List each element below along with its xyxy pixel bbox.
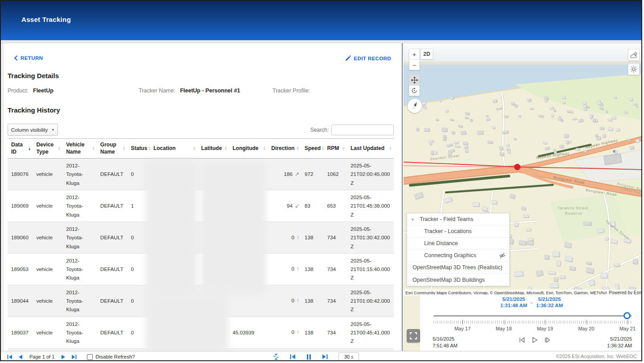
sort-arrows-icon: ▲▼ [58, 146, 61, 150]
cell-vehicle-name: 2012-Toyota-Kluga [62, 317, 97, 348]
column-header-data-id[interactable]: Data ID▲▼ [8, 139, 33, 159]
table-row[interactable]: 189037vehicle2012-Toyota-KlugaDEFAULT045… [8, 317, 394, 348]
skip-start-icon [290, 354, 296, 359]
range-separator: - [531, 299, 533, 305]
zoom-out-label: − [413, 61, 417, 69]
search-input[interactable] [331, 125, 394, 135]
column-header-rpm[interactable]: RPM▲▼ [323, 139, 347, 159]
column-header-latitude[interactable]: Latitude▲▼ [198, 139, 229, 159]
compass-button[interactable] [408, 99, 422, 113]
tracker-marker[interactable] [515, 164, 520, 170]
cell-status: 0 [127, 159, 149, 190]
map-poi-dot [613, 150, 615, 153]
app-window: Asset Tracking RETURN EDIT RECORD Tracki… [0, 0, 642, 361]
layer-item-line-distance[interactable]: Line Distance [407, 238, 509, 250]
weather-button[interactable] [628, 49, 640, 61]
time-slider-track[interactable] [433, 315, 632, 317]
cell-group-name: DEFAULT [97, 253, 128, 285]
refresh-first-button[interactable] [290, 354, 296, 359]
return-button[interactable]: RETURN [14, 55, 43, 61]
layer-item-openstreetmap-3d-buildings[interactable]: OpenStreetMap 3D Buildings [407, 274, 509, 286]
disable-refresh-control: Disable Refresh? [87, 354, 135, 360]
cell-data-id: 189053 [8, 253, 33, 285]
cell-longitude: 45.03939 [229, 317, 268, 348]
zoom-in-label: + [413, 50, 417, 58]
next-page-button[interactable] [61, 355, 66, 359]
cell-speed: 972 [301, 159, 323, 190]
time-slider-handle[interactable] [623, 312, 631, 319]
cell-last-updated: 2025-05-21T02:00:45.000Z [347, 159, 394, 190]
cell-direction: 0↑ [268, 285, 301, 317]
time-next-button[interactable] [543, 336, 552, 344]
refresh-interval-input[interactable]: 30 s [339, 352, 359, 361]
cell-data-id: 189037 [8, 317, 33, 348]
previous-page-button[interactable] [18, 355, 23, 359]
zoom-out-button[interactable]: − [409, 59, 420, 70]
edit-record-button[interactable]: EDIT RECORD [345, 55, 391, 61]
direction-arrow-icon: ↙ [293, 203, 299, 209]
cell-last-updated: 2025-05-21T00:45:41.000Z [347, 317, 394, 348]
map-sky [404, 43, 642, 64]
cell-data-id: 189060 [8, 221, 33, 253]
column-visibility-button[interactable]: Column visibility ▼ [8, 124, 58, 136]
time-range-labels: 5/21/20251:31:48 AM - 5/21/20251:36:32 A… [420, 296, 642, 309]
refresh-pause-button[interactable] [306, 354, 311, 360]
column-header-location[interactable]: Location▲▼ [150, 139, 198, 159]
table-row[interactable]: 189060vehicle2012-Toyota-KlugaDEFAULT00↑… [8, 221, 394, 253]
daylight-button[interactable] [628, 63, 640, 75]
axis-label: May 19 [537, 326, 553, 331]
time-max-label: 5/21/20251:36:32 AM [607, 336, 632, 349]
expand-map-button[interactable] [407, 329, 420, 342]
cell-speed: 138 [301, 253, 323, 285]
cell-rpm: 734 [323, 285, 347, 317]
pan-tool-button[interactable] [409, 75, 420, 85]
layer-item-tracker-locations[interactable]: Tracker - Locations [407, 225, 509, 238]
direction-arrow-icon: ↗ [293, 171, 299, 177]
table-row[interactable]: 189044vehicle2012-Toyota-KlugaDEFAULT00↑… [8, 285, 394, 317]
cell-last-updated: 2025-05-21T01:45:38.000Z [347, 190, 394, 222]
disable-refresh-checkbox[interactable] [87, 354, 93, 360]
layer-list-panel: ∨Tracker - Field TeamsTracker - Location… [407, 213, 510, 286]
layer-item-connecting-graphics[interactable]: Connecting Graphics [407, 250, 509, 262]
tracking-history-table: Data ID▲▼Device Type▲▼Vehicle Name▲▼Grou… [8, 138, 394, 351]
time-play-button[interactable] [530, 336, 539, 344]
eye-slash-icon[interactable] [499, 253, 505, 259]
table-row[interactable]: 189076vehicle2012-Toyota-KlugaDEFAULT018… [8, 159, 394, 190]
last-page-button[interactable] [71, 355, 77, 359]
cell-speed: 83 [301, 190, 323, 222]
sort-arrows-icon: ▲▼ [224, 146, 227, 150]
time-previous-button[interactable] [517, 336, 526, 344]
zoom-in-button[interactable]: + [409, 49, 420, 59]
tracker-name-value: FleetUp - Personnel #1 [180, 88, 240, 94]
toggle-2d-button[interactable]: 2D [421, 49, 433, 59]
column-header-device-type[interactable]: Device Type▲▼ [33, 139, 63, 159]
refresh-last-button[interactable] [322, 354, 328, 359]
cell-location [150, 190, 198, 222]
column-header-status[interactable]: Status▲▼ [127, 139, 149, 159]
cell-rpm: 653 [323, 190, 347, 222]
previous-page-icon [18, 355, 23, 359]
column-header-last-updated[interactable]: Last Updated▲▼ [347, 139, 394, 159]
column-header-speed[interactable]: Speed▲▼ [301, 139, 323, 159]
mode-2d-label: 2D [423, 51, 430, 57]
layer-item-openstreetmap-3d-trees-realistic-[interactable]: OpenStreetMap 3D Trees (Realistic) [407, 262, 509, 274]
column-header-direction[interactable]: Direction▲▼ [268, 139, 301, 159]
collapse-button[interactable] [273, 354, 279, 360]
rotate-tool-button[interactable] [409, 85, 420, 96]
cell-direction: 186↗ [268, 159, 301, 190]
sort-arrows-icon: ▲▼ [389, 146, 392, 150]
app-header: Asset Tracking [1, 1, 641, 40]
column-header-longitude[interactable]: Longitude▲▼ [229, 139, 268, 159]
first-page-button[interactable] [7, 355, 12, 359]
layer-item-tracker-field-teams[interactable]: ∨Tracker - Field Teams [407, 213, 509, 225]
table-row[interactable]: 189069vehicle2012-Toyota-KlugaDEFAULT194… [8, 190, 394, 222]
column-header-vehicle-name[interactable]: Vehicle Name▲▼ [62, 139, 97, 159]
map-pane[interactable]: Shandon StreetNepean HighwayNepean Highw… [404, 43, 642, 351]
chevron-down-icon[interactable]: ∨ [411, 217, 417, 221]
cell-speed: 138 [301, 285, 323, 317]
search-label: Search: [310, 127, 329, 133]
column-header-group-name[interactable]: Group Name▲▼ [97, 139, 128, 159]
sort-arrows-icon: ▲▼ [123, 146, 126, 150]
column-visibility-label: Column visibility [11, 127, 48, 133]
table-row[interactable]: 189053vehicle2012-Toyota-KlugaDEFAULT00↑… [8, 253, 394, 285]
